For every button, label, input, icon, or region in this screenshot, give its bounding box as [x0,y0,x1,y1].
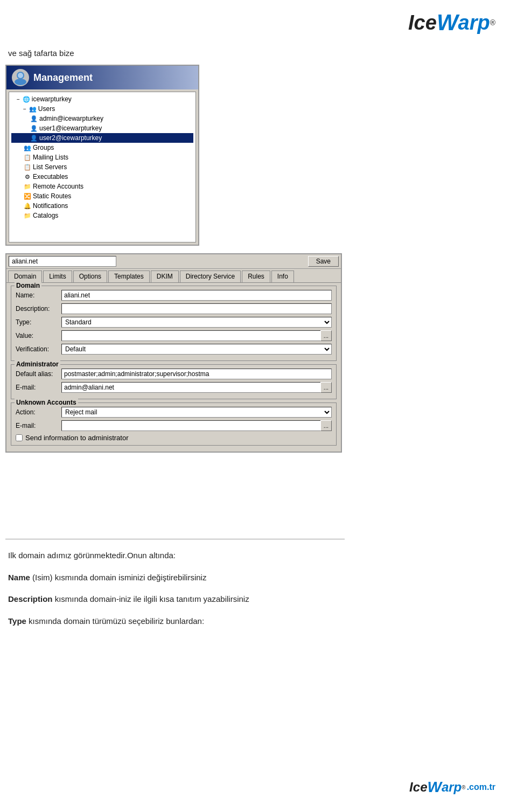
alias-label: Default alias: [16,370,61,378]
tree-item-notifications[interactable]: 🔔 Notifications [11,201,193,211]
tree-item-admin[interactable]: 👤 admin@icewarpturkey [11,114,193,123]
tree-panel: − 🌐 icewarpturkey − 👥 Users 👤 admin@icew… [9,92,196,242]
tab-dkim[interactable]: DKIM [151,270,179,282]
type-label: Type: [16,318,61,326]
tree-label-notifications: Notifications [33,202,68,210]
tree-item-mailing[interactable]: 📋 Mailing Lists [11,152,193,162]
save-button[interactable]: Save [308,256,339,267]
unknown-section-label: Unknown Accounts [15,399,78,406]
name-bold: Name [8,573,30,582]
config-toolbar: Save [6,254,341,269]
value-row: Value: ... [16,330,332,341]
divider-line [5,539,345,539]
tree-label-groups: Groups [33,144,54,151]
unknown-section: Unknown Accounts Action: Reject mail E-m… [11,402,337,446]
svg-point-1 [15,79,26,85]
logo-ice-text: Ice [408,11,437,34]
name-row: Name: [16,290,332,301]
bottom-divider-text: Ilk domain adımız görünmektedir.Onun alt… [8,550,493,562]
tree-label-static: Static Routes [33,192,71,200]
unknown-email-label: E-mail: [16,422,61,429]
verification-row: Verification: Default [16,344,332,355]
bottom-line2: Description kısmında domain-iniz ile ilg… [8,593,493,606]
logo-reg-text: ® [490,18,495,27]
footer-logo-reg: ® [462,785,465,790]
static-icon: 🔀 [23,192,32,200]
tree-item-users[interactable]: − 👥 Users [11,104,193,114]
unknown-email-browse-btn[interactable]: ... [320,420,332,431]
desc-input[interactable] [61,303,332,314]
admin-email-group: ... [61,382,332,393]
catalogs-icon: 📁 [23,211,32,220]
admin-section-label: Administrator [15,360,60,368]
tree-item-remote[interactable]: 📁 Remote Accounts [11,182,193,191]
user-icon-user1: 👤 [30,124,38,133]
tab-templates[interactable]: Templates [108,270,150,282]
action-select[interactable]: Reject mail [61,407,332,418]
bottom-line3: Type kısmında domain türümüzü seçebiliri… [8,615,493,628]
expand-minus: − [17,96,20,102]
listservers-icon: 📋 [23,163,32,171]
domain-section: Domain Name: Description: Type: Standard… [11,286,337,361]
value-input-group: ... [61,330,332,341]
send-info-checkbox[interactable] [16,434,23,441]
type-select[interactable]: Standard [61,317,332,328]
tree-item-static[interactable]: 🔀 Static Routes [11,191,193,201]
expand-minus-users: − [23,106,26,112]
tab-rules[interactable]: Rules [242,270,270,282]
footer-logo-w: W [427,779,441,796]
verification-label: Verification: [16,345,61,353]
tree-label-remote: Remote Accounts [33,183,83,190]
tree-label-root: icewarpturkey [32,95,72,103]
tree-item-root[interactable]: − 🌐 icewarpturkey [11,94,193,104]
users-icon: 👥 [29,105,37,113]
tree-item-catalogs[interactable]: 📁 Catalogs [11,211,193,220]
name-input[interactable] [61,290,332,301]
tab-domain[interactable]: Domain [8,270,42,282]
domain-name-input[interactable] [9,256,116,267]
unknown-email-group: ... [61,420,332,431]
tree-label-catalogs: Catalogs [33,212,58,219]
tab-info[interactable]: Info [271,270,294,282]
verification-select[interactable]: Default [61,344,332,355]
type-row: Type: Standard [16,317,332,328]
footer-logo-ice: Ice [409,780,427,795]
desc-row: Description: [16,303,332,314]
management-window: Management − 🌐 icewarpturkey − 👥 Users 👤… [5,65,199,246]
alias-input[interactable] [61,369,332,379]
admin-email-input[interactable] [61,382,320,393]
admin-email-browse-btn[interactable]: ... [320,382,332,393]
tree-item-user2[interactable]: 👤 user2@icewarpturkey [11,133,193,143]
unknown-email-input[interactable] [61,420,320,431]
tab-options[interactable]: Options [73,270,107,282]
svg-point-2 [18,73,23,78]
tree-item-executables[interactable]: ⚙ Executables [11,172,193,182]
logo-arp-text: arp [458,11,490,34]
domain-section-label: Domain [15,282,41,289]
value-browse-btn[interactable]: ... [320,330,332,341]
alias-row: Default alias: [16,369,332,379]
footer-logo-arp: arp [442,780,462,795]
admin-email-label: E-mail: [16,384,61,391]
tab-limits[interactable]: Limits [43,270,72,282]
tree-label-user2: user2@icewarpturkey [39,134,102,142]
value-input[interactable] [61,330,320,341]
bottom-line1: Name (Isim) kısmında domain isminizi değ… [8,572,493,584]
user-icon-admin: 👤 [30,114,38,123]
name-label: Name: [16,292,61,299]
send-info-label: Send information to administrator [25,434,128,442]
tree-label-executables: Executables [33,173,68,181]
tabs-row: Domain Limits Options Templates DKIM Dir… [6,269,341,282]
action-row: Action: Reject mail [16,407,332,418]
footer-domain-url: .com.tr [467,782,495,792]
tree-label-users: Users [38,105,55,113]
window-title: Management [33,72,93,84]
tree-item-groups[interactable]: 👥 Groups [11,143,193,152]
tree-item-user1[interactable]: 👤 user1@icewarpturkey [11,123,193,133]
action-label: Action: [16,408,61,416]
config-area: Save Domain Limits Options Templates DKI… [5,253,342,453]
tab-directory[interactable]: Directory Service [180,270,241,282]
type-bold: Type [8,616,26,626]
tree-item-listservers[interactable]: 📋 List Servers [11,162,193,172]
groups-icon: 👥 [23,143,32,152]
